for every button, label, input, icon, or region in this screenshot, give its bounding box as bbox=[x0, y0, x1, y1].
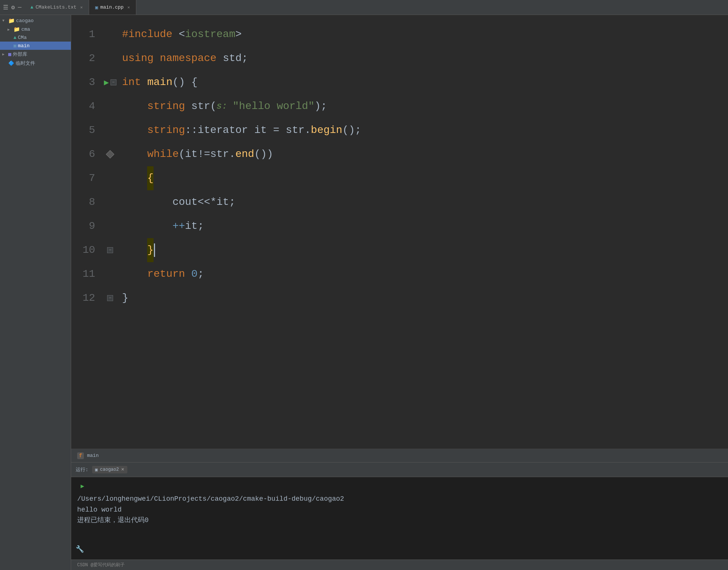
sidebar-label-cmake-folder: cma bbox=[21, 27, 30, 32]
arrow-external: ▶ bbox=[2, 52, 7, 57]
sidebar-item-tempfiles[interactable]: ▶ 🔷 临时文件 bbox=[0, 59, 71, 68]
status-attribution: CSDN @爱写代码的刷子 bbox=[77, 562, 125, 568]
ln-7: 7 bbox=[71, 166, 95, 190]
menu-icon[interactable]: ☰ bbox=[3, 4, 8, 11]
ln-4: 4 bbox=[71, 94, 95, 118]
editor-area: 1 2 3 4 5 6 7 8 9 10 11 12 ▶ − bbox=[71, 15, 728, 570]
ln-1: 1 bbox=[71, 22, 95, 46]
terminal-play-btn[interactable]: ▶ bbox=[77, 482, 88, 492]
gutter-row-3[interactable]: ▶ − bbox=[101, 70, 119, 94]
terminal-output: hello world bbox=[77, 504, 722, 515]
ln-12: 12 bbox=[71, 286, 95, 310]
code-line-1: #include <iostream> bbox=[119, 22, 728, 46]
cmake-icon: ▲ bbox=[30, 4, 33, 10]
code-editor[interactable]: 1 2 3 4 5 6 7 8 9 10 11 12 ▶ − bbox=[71, 15, 728, 449]
folder-icon-cmake: 📁 bbox=[13, 26, 20, 33]
ln-10: 10 bbox=[71, 238, 95, 262]
title-bar: ☰ ⚙ — ▲ CMakeLists.txt ✕ ▣ main.cpp ✕ bbox=[0, 0, 728, 15]
run-label: 运行: bbox=[76, 466, 88, 473]
arrow-icon: ▼ bbox=[2, 19, 7, 23]
run-config-name: caogao2 bbox=[100, 467, 119, 472]
terminal-path: /Users/longhengwei/CLionProjects/caogao2… bbox=[77, 494, 722, 504]
gutter-row-8 bbox=[101, 190, 119, 214]
gutter-row-1 bbox=[101, 22, 119, 46]
status-bar: CSDN @爱写代码的刷子 bbox=[71, 560, 728, 570]
tab-cmake-close[interactable]: ✕ bbox=[80, 5, 83, 10]
gutter-row-6[interactable] bbox=[101, 142, 119, 166]
arrow-icon-cmake: ▶ bbox=[7, 27, 12, 32]
fold-close-12[interactable]: − bbox=[107, 295, 113, 301]
code-line-11: return 0 ; bbox=[119, 262, 728, 286]
gutter-row-5 bbox=[101, 118, 119, 142]
ln-5: 5 bbox=[71, 118, 95, 142]
external-icon: ▦ bbox=[8, 51, 11, 57]
code-content[interactable]: #include <iostream> using namespace std … bbox=[119, 15, 728, 449]
ln-8: 8 bbox=[71, 190, 95, 214]
tab-main[interactable]: ▣ main.cpp ✕ bbox=[89, 0, 136, 15]
cursor bbox=[154, 243, 155, 257]
gutter-row-11 bbox=[101, 262, 119, 286]
tab-cmake[interactable]: ▲ CMakeLists.txt ✕ bbox=[24, 0, 89, 15]
sidebar-item-external[interactable]: ▶ ▦ 外部库 bbox=[0, 50, 71, 59]
terminal: ▶ /Users/longhengwei/CLionProjects/caoga… bbox=[71, 477, 728, 560]
func-icon: f bbox=[77, 452, 84, 459]
code-line-8: cout <<*it; bbox=[119, 190, 728, 214]
gutter-row-9 bbox=[101, 214, 119, 238]
fold-close-10[interactable]: − bbox=[107, 247, 113, 253]
code-line-10: } bbox=[119, 238, 728, 262]
title-bar-left: ☰ ⚙ — bbox=[3, 4, 21, 11]
main-area: ▼ 📁 caogao ▶ 📁 cma ▶ ▲ CMa ▶ ▣ main ▶ ▦ … bbox=[0, 15, 728, 570]
run-config-tag[interactable]: ▣ caogao2 × bbox=[92, 466, 127, 473]
sidebar-item-caogao[interactable]: ▼ 📁 caogao bbox=[0, 16, 71, 25]
ln-2: 2 bbox=[71, 46, 95, 70]
temp-icon: 🔷 bbox=[8, 60, 14, 66]
ln-11: 11 bbox=[71, 262, 95, 286]
gutter-row-7 bbox=[101, 166, 119, 190]
gutter-row-2 bbox=[101, 46, 119, 70]
code-line-4: string str( s: "hello world" ); bbox=[119, 94, 728, 118]
ln-6: 6 bbox=[71, 142, 95, 166]
func-name: main bbox=[87, 453, 98, 458]
sidebar-label-external: 外部库 bbox=[13, 51, 27, 58]
gutter-row-12[interactable]: − bbox=[101, 286, 119, 310]
sidebar-label-cmakefile: CMa bbox=[18, 35, 27, 40]
sidebar: ▼ 📁 caogao ▶ 📁 cma ▶ ▲ CMa ▶ ▣ main ▶ ▦ … bbox=[0, 15, 71, 570]
code-line-3: int main () { bbox=[119, 70, 728, 94]
keyword-include: #include bbox=[122, 22, 172, 46]
fold-diamond-6[interactable] bbox=[106, 150, 115, 159]
fold-open-3[interactable]: − bbox=[110, 79, 116, 85]
minimize-icon[interactable]: — bbox=[18, 4, 22, 11]
sidebar-item-cmake-folder[interactable]: ▶ 📁 cma bbox=[0, 25, 71, 34]
terminal-status: 进程已结束，退出代码0 bbox=[77, 515, 722, 526]
sidebar-item-mainfile[interactable]: ▶ ▣ main bbox=[0, 42, 71, 50]
ln-9: 9 bbox=[71, 214, 95, 238]
tab-main-close[interactable]: ✕ bbox=[127, 5, 130, 10]
sidebar-label-caogao: caogao bbox=[16, 18, 34, 24]
run-arrow-icon[interactable]: ▶ bbox=[104, 78, 109, 88]
code-line-12: } bbox=[119, 286, 728, 310]
cpp-icon: ▣ bbox=[95, 4, 98, 10]
cpp-file-icon: ▣ bbox=[13, 43, 16, 49]
run-config-close[interactable]: × bbox=[121, 467, 124, 473]
sidebar-item-cmakefile[interactable]: ▶ ▲ CMa bbox=[0, 34, 71, 42]
sidebar-label-tempfiles: 临时文件 bbox=[16, 60, 35, 67]
gutter: ▶ − − − bbox=[101, 15, 119, 449]
code-line-5: string ::iterator it = str. begin (); bbox=[119, 118, 728, 142]
code-line-9: ++ it; bbox=[119, 214, 728, 238]
run-bar: 运行: ▣ caogao2 × bbox=[71, 462, 728, 477]
sidebar-label-mainfile: main bbox=[18, 43, 30, 49]
run-config-icon: ▣ bbox=[95, 467, 98, 473]
gutter-row-10[interactable]: − bbox=[101, 238, 119, 262]
settings-icon[interactable]: ⚙ bbox=[11, 4, 15, 11]
wrench-icon[interactable]: 🔧 bbox=[76, 544, 84, 555]
code-line-7: { bbox=[119, 166, 728, 190]
gutter-row-4 bbox=[101, 94, 119, 118]
tab-bar: ▲ CMakeLists.txt ✕ ▣ main.cpp ✕ bbox=[24, 0, 136, 15]
ln-3: 3 bbox=[71, 70, 95, 94]
cmake-file-icon: ▲ bbox=[13, 35, 16, 40]
tab-main-label: main.cpp bbox=[100, 4, 124, 10]
code-line-6: while (it!=str. end ()) bbox=[119, 142, 728, 166]
code-line-2: using namespace std ; bbox=[119, 46, 728, 70]
line-numbers: 1 2 3 4 5 6 7 8 9 10 11 12 bbox=[71, 15, 101, 449]
function-bar: f main bbox=[71, 449, 728, 462]
